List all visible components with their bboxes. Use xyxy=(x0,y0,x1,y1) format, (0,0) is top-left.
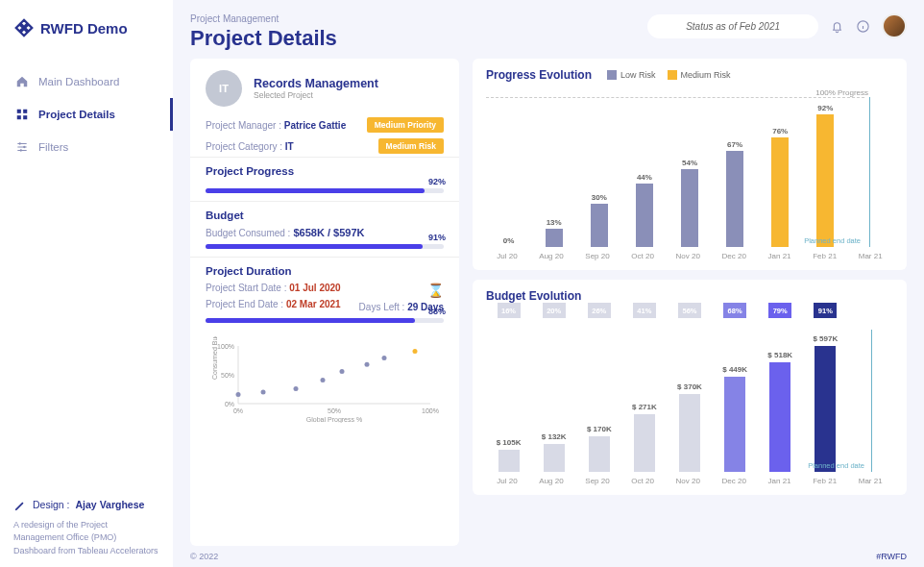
logo[interactable]: RWFD Demo xyxy=(0,17,173,65)
bar-col xyxy=(848,97,893,247)
footer-left: © 2022 xyxy=(190,552,218,561)
project-subtitle: Selected Project xyxy=(254,90,378,100)
progress-chart-title: Progress Evolution xyxy=(486,68,592,82)
bar-label: 54% xyxy=(682,159,697,167)
budget-chart-title: Budget Evolution xyxy=(486,289,893,303)
topbar: Project Management Project Details Statu… xyxy=(190,13,907,51)
bar-col: $ 132K xyxy=(531,330,576,472)
risk-badge: Medium Risk xyxy=(378,138,444,154)
bar-col: 54% xyxy=(667,97,712,247)
bar-col: $ 597K xyxy=(803,330,848,472)
axis-tick: Feb 21 xyxy=(813,252,837,260)
bar xyxy=(769,362,790,472)
bar-label: $ 370K xyxy=(677,382,702,391)
bar-label: $ 271K xyxy=(632,403,657,411)
bar-col: 92% xyxy=(803,97,848,247)
priority-badge: Medium Priority xyxy=(367,117,444,133)
axis-tick: Oct 20 xyxy=(631,252,654,260)
progress-title: Project Progress xyxy=(190,157,459,183)
axis-tick: Oct 20 xyxy=(631,477,654,485)
pen-icon xyxy=(13,499,27,512)
days-left-label: Days Left : xyxy=(359,302,405,312)
axis-tick: Mar 21 xyxy=(859,477,883,485)
logo-icon xyxy=(13,17,35,38)
legend-item: Low Risk xyxy=(607,70,656,80)
bar-label: $ 449K xyxy=(722,365,747,374)
duration-bar: 88% xyxy=(206,318,444,323)
bar-label: $ 170K xyxy=(587,425,612,433)
bar-col: $ 370K xyxy=(667,330,712,472)
svg-point-4 xyxy=(19,142,21,144)
legend-item: Medium Risk xyxy=(668,70,731,80)
budget-evolution-card: Budget Evolution 16%20%26%41%56%68%79%91… xyxy=(473,280,907,495)
svg-text:100%: 100% xyxy=(422,407,439,414)
bar-label: $ 105K xyxy=(497,438,522,447)
bar-label: 76% xyxy=(772,127,788,136)
progress-chart: 100% Progress0%13%30%44%54%67%76%92%Plan… xyxy=(486,87,893,260)
bar-label: $ 597K xyxy=(813,334,838,343)
sidebar-item-project-details[interactable]: Project Details xyxy=(0,98,173,131)
pct-box: 16% xyxy=(498,303,521,318)
axis-tick: Mar 21 xyxy=(859,252,883,260)
sidebar-footer: Design : Ajay Varghese A redesign of the… xyxy=(13,498,159,557)
bar xyxy=(634,414,655,472)
budget-chart: 16%20%26%41%56%68%79%91%$ 105K$ 132K$ 17… xyxy=(486,303,893,485)
bar xyxy=(546,229,563,248)
avatar[interactable] xyxy=(882,13,907,38)
pct-box: 68% xyxy=(723,303,746,318)
axis-tick: Aug 20 xyxy=(539,252,563,260)
status-pill: Status as of Feb 2021 xyxy=(647,14,818,38)
bar xyxy=(591,204,608,247)
svg-text:0%: 0% xyxy=(233,407,243,414)
info-icon[interactable] xyxy=(856,19,870,34)
bar-label: 92% xyxy=(817,104,833,112)
pct-box: 41% xyxy=(633,303,656,318)
project-avatar: IT xyxy=(206,70,242,107)
svg-point-19 xyxy=(261,390,266,395)
axis-tick: Sep 20 xyxy=(585,252,609,260)
bar-col: 0% xyxy=(486,97,531,247)
bar-label: $ 132K xyxy=(542,432,567,441)
progress-bar: 92% xyxy=(206,188,444,193)
footnote-text: A redesign of the Project Management Off… xyxy=(13,519,159,558)
axis-tick: Jul 20 xyxy=(497,252,517,260)
svg-text:50%: 50% xyxy=(328,407,341,414)
svg-point-21 xyxy=(321,378,326,382)
axis-tick: Nov 20 xyxy=(676,252,700,260)
svg-point-5 xyxy=(23,146,25,148)
bell-icon[interactable] xyxy=(830,19,844,34)
breadcrumb: Project Management xyxy=(190,13,337,24)
main-panel: Project Management Project Details Statu… xyxy=(173,0,924,567)
page-footer: © 2022 #RWFD xyxy=(190,546,907,561)
grid-icon xyxy=(15,108,29,121)
bar-label: 0% xyxy=(503,236,515,245)
bar-label: 67% xyxy=(727,140,742,149)
bar xyxy=(724,377,745,472)
bar-label: 13% xyxy=(547,218,562,227)
project-summary-card: IT Records Management Selected Project P… xyxy=(190,59,459,546)
axis-tick: Jan 21 xyxy=(768,477,791,485)
category-label: Project Category : xyxy=(206,141,282,152)
svg-point-24 xyxy=(382,356,387,360)
bar-label: 30% xyxy=(592,193,607,202)
budget-bar: 91% xyxy=(206,244,444,249)
sidebar-item-filters[interactable]: Filters xyxy=(0,131,173,163)
pct-box: 79% xyxy=(768,303,791,318)
svg-point-23 xyxy=(365,362,370,367)
pct-box: 56% xyxy=(678,303,701,318)
axis-tick: Jan 21 xyxy=(768,252,791,260)
sidebar: RWFD Demo Main DashboardProject DetailsF… xyxy=(0,0,173,567)
svg-rect-2 xyxy=(17,115,21,119)
sidebar-item-main-dashboard[interactable]: Main Dashboard xyxy=(0,65,173,98)
project-name: Records Management xyxy=(254,77,378,90)
bar-col: 13% xyxy=(531,97,576,247)
bar xyxy=(679,394,700,472)
bar-col: $ 105K xyxy=(486,330,531,472)
pct-box: 91% xyxy=(814,303,837,318)
sliders-icon xyxy=(15,140,29,154)
bar-col: 44% xyxy=(621,97,667,247)
bar-label: 44% xyxy=(637,173,652,182)
axis-tick: Sep 20 xyxy=(585,477,609,485)
nav-list: Main DashboardProject DetailsFilters xyxy=(0,65,173,163)
bar xyxy=(498,450,520,472)
